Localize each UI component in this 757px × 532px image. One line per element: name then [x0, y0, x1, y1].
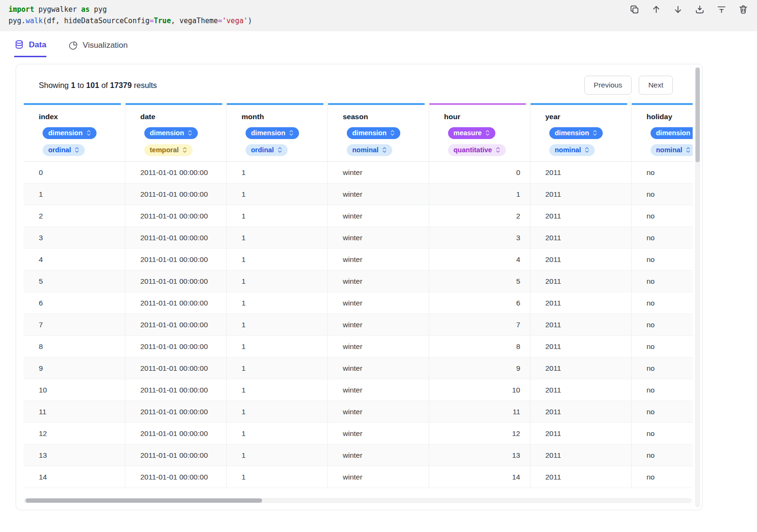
code-token: ) — [248, 17, 252, 25]
table-cell: 1 — [226, 183, 327, 205]
table-cell: no — [631, 205, 693, 227]
table-row: 52011-01-01 00:00:001winter52011no — [24, 270, 693, 292]
horizontal-scrollbar[interactable] — [26, 498, 262, 503]
table-cell: winter — [327, 249, 429, 270]
table-cell: winter — [327, 423, 429, 445]
semantic-role-row: dimension — [549, 127, 631, 139]
semantic-role-pill[interactable]: dimension — [246, 127, 299, 139]
card-header: Showing 1 to 101 of 17379 results Previo… — [16, 64, 702, 103]
data-panel: Showing 1 to 101 of 17379 results Previo… — [16, 64, 703, 510]
results-total: 17379 — [110, 81, 132, 89]
delete-cell-button[interactable] — [737, 3, 749, 16]
table-cell: 1 — [226, 292, 327, 314]
table-cell: 10 — [429, 379, 530, 401]
semantic-role-pill[interactable]: measure — [448, 127, 496, 139]
table-cell: 1 — [226, 336, 327, 358]
sort-chevron-icon — [278, 147, 282, 153]
code-token: pygwalker — [34, 5, 81, 14]
column-name: month — [242, 113, 327, 121]
table-cell: 5 — [24, 270, 125, 292]
table-cell: 2 — [429, 205, 530, 227]
table-cell: 13 — [24, 445, 125, 466]
column-name: season — [343, 113, 429, 121]
tab-visualization[interactable]: Visualization — [68, 40, 128, 57]
arrow-up-icon — [651, 4, 661, 15]
table-container: indexdimensionordinaldatedimensiontempor… — [24, 103, 693, 488]
semantic-role-row: dimension — [43, 127, 125, 139]
table-cell: 7 — [24, 314, 125, 336]
tab-label: Visualization — [83, 41, 128, 50]
semantic-role-row: dimension — [144, 127, 226, 139]
data-type-pill[interactable]: nominal — [347, 144, 393, 156]
table-cell: 2011-01-01 00:00:00 — [125, 205, 226, 227]
move-cell-up-button[interactable] — [650, 3, 662, 16]
table-cell: no — [631, 423, 693, 445]
data-type-pill[interactable]: ordinal — [43, 144, 85, 156]
download-icon — [695, 4, 705, 15]
results-from: 1 — [71, 81, 75, 89]
table-cell: 2011-01-01 00:00:00 — [125, 379, 226, 401]
table-cell: no — [631, 249, 693, 270]
semantic-role-pill[interactable]: dimension — [549, 127, 603, 139]
sort-chevron-icon — [188, 130, 192, 136]
code-token: 'vega' — [222, 17, 248, 25]
data-type-pill[interactable]: nominal — [651, 144, 693, 156]
semantic-role-row: dimension — [651, 127, 693, 139]
previous-button[interactable]: Previous — [584, 76, 632, 95]
column-header-month: monthdimensionordinal — [226, 103, 327, 162]
table-cell: no — [631, 358, 693, 379]
sort-chevron-icon — [183, 147, 187, 153]
table-cell: no — [631, 466, 693, 488]
table-cell: 0 — [429, 162, 530, 183]
table-cell: 2011-01-01 00:00:00 — [125, 162, 226, 183]
data-type-pill[interactable]: quantitative — [448, 144, 506, 156]
results-text: Showing — [39, 81, 69, 89]
table-row: 92011-01-01 00:00:001winter92011no — [24, 358, 693, 379]
table-cell: 2011-01-01 00:00:00 — [125, 445, 226, 466]
semantic-role-row: dimension — [246, 127, 327, 139]
table-cell: no — [631, 401, 693, 423]
code-token: , vegaTheme — [171, 17, 218, 25]
next-button[interactable]: Next — [639, 76, 673, 95]
vertical-scrollbar-track — [695, 67, 700, 507]
table-cell: 11 — [429, 401, 530, 423]
copy-cell-button[interactable] — [628, 3, 641, 16]
table-cell: 10 — [24, 379, 125, 401]
sort-chevron-icon — [585, 147, 589, 153]
semantic-role-pill[interactable]: dimension — [651, 127, 693, 139]
data-type-pill[interactable]: nominal — [549, 144, 595, 156]
table-cell: winter — [327, 401, 429, 423]
tab-label: Data — [29, 40, 46, 50]
table-row: 12011-01-01 00:00:001winter12011no — [24, 183, 693, 205]
tab-data[interactable]: Data — [14, 40, 46, 57]
table-cell: 2011-01-01 00:00:00 — [125, 401, 226, 423]
table-cell: 0 — [24, 162, 125, 183]
code-token: = — [218, 17, 222, 25]
semantic-role-pill[interactable]: dimension — [144, 127, 198, 139]
filter-cell-button[interactable] — [715, 3, 728, 16]
save-cell-button[interactable] — [694, 3, 706, 16]
table-cell: 9 — [24, 358, 125, 379]
data-type-pill[interactable]: temporal — [144, 144, 193, 156]
table-cell: 2011-01-01 00:00:00 — [125, 336, 226, 358]
semantic-role-pill[interactable]: dimension — [347, 127, 401, 139]
code-token: as — [81, 5, 90, 14]
table-cell: 1 — [226, 423, 327, 445]
semantic-role-pill[interactable]: dimension — [43, 127, 97, 139]
data-table: indexdimensionordinaldatedimensiontempor… — [24, 103, 693, 488]
table-header-row: indexdimensionordinaldatedimensiontempor… — [24, 103, 693, 162]
table-cell: 2011 — [530, 314, 631, 336]
sort-chevron-icon — [382, 147, 387, 153]
data-type-pill[interactable]: ordinal — [246, 144, 288, 156]
move-cell-down-button[interactable] — [672, 3, 684, 16]
table-row: 02011-01-01 00:00:001winter02011no — [24, 162, 693, 183]
table-cell: no — [631, 227, 693, 249]
semantic-role-row: measure — [448, 127, 530, 139]
vertical-scrollbar[interactable] — [695, 68, 700, 162]
code-cell[interactable]: import pygwalker as pygpyg.walk(df, hide… — [0, 0, 757, 31]
table-row: 132011-01-01 00:00:001winter132011no — [24, 445, 693, 466]
table-cell: 2011 — [530, 249, 631, 270]
table-cell: 2011-01-01 00:00:00 — [125, 270, 226, 292]
table-cell: 1 — [226, 314, 327, 336]
data-type-row: nominal — [651, 144, 693, 156]
